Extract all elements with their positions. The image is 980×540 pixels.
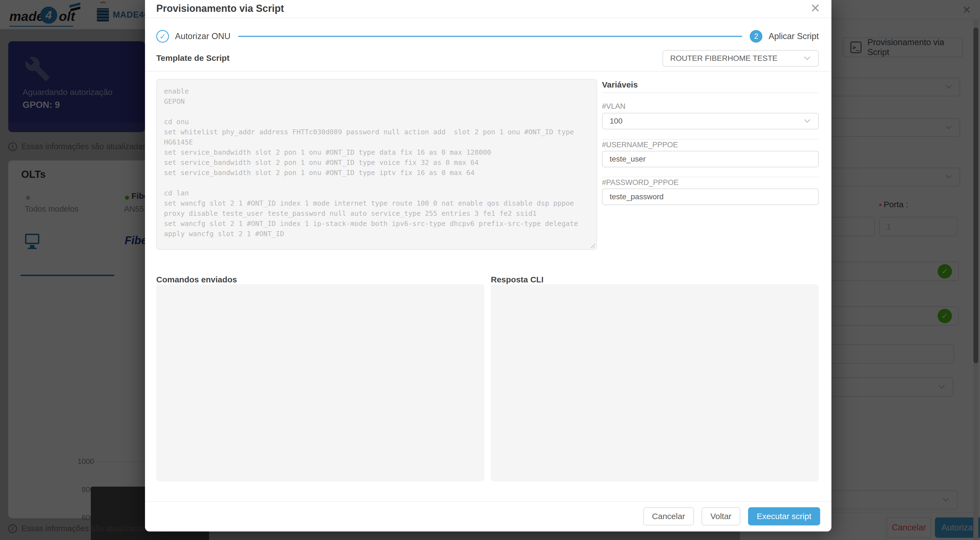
script-textarea-wrapper: enable GEPON cd onu set whitelist phy_ad… bbox=[156, 79, 597, 250]
vlan-select[interactable]: 100 bbox=[602, 113, 819, 129]
divider bbox=[602, 139, 819, 140]
divider bbox=[602, 177, 819, 177]
commands-sent-panel bbox=[156, 284, 484, 481]
template-select[interactable]: ROUTER FIBERHOME TESTE bbox=[662, 50, 819, 67]
password-pppoe-label: #PASSWORD_PPPOE bbox=[602, 178, 679, 187]
username-pppoe-input[interactable] bbox=[602, 151, 819, 167]
divider bbox=[602, 92, 819, 93]
cli-response-panel bbox=[491, 284, 819, 481]
screen: made 4 olt MADE4OLT Aguardando autorizaç… bbox=[0, 0, 980, 540]
username-pppoe-label: #USERNAME_PPPOE bbox=[602, 141, 678, 149]
chevron-down-icon bbox=[804, 54, 811, 60]
vlan-select-value: 100 bbox=[610, 117, 623, 126]
provisioning-script-modal: Provisionamento via Script ✕ ✓ Autorizar… bbox=[145, 0, 831, 532]
step-connector bbox=[238, 36, 742, 37]
step1-check-icon[interactable]: ✓ bbox=[156, 30, 169, 43]
modal-close-icon[interactable]: ✕ bbox=[810, 2, 821, 15]
steps-bar: ✓ Autorizar ONU 2 Aplicar Script bbox=[156, 30, 819, 43]
divider bbox=[145, 18, 831, 18]
vlan-label: #VLAN bbox=[602, 102, 626, 111]
modal-footer: Cancelar Voltar Executar script bbox=[643, 507, 820, 526]
step1-label[interactable]: Autorizar ONU bbox=[175, 31, 231, 41]
commands-sent-label: Comandos enviados bbox=[156, 275, 237, 284]
execute-script-button[interactable]: Executar script bbox=[748, 507, 820, 526]
variables-heading: Variáveis bbox=[602, 80, 638, 89]
password-pppoe-input[interactable] bbox=[602, 188, 819, 205]
step2-label[interactable]: Aplicar Script bbox=[768, 31, 819, 41]
script-textarea[interactable]: enable GEPON cd onu set whitelist phy_ad… bbox=[157, 80, 597, 249]
chevron-down-icon bbox=[804, 117, 811, 123]
cancel-button[interactable]: Cancelar bbox=[643, 507, 694, 526]
modal-title: Provisionamento via Script bbox=[156, 3, 284, 14]
template-select-value: ROUTER FIBERHOME TESTE bbox=[670, 54, 778, 63]
resize-handle-icon[interactable] bbox=[590, 243, 595, 248]
template-label: Template de Script bbox=[156, 53, 229, 63]
cli-response-label: Resposta CLI bbox=[491, 275, 544, 284]
divider bbox=[145, 501, 831, 502]
step2-number-badge[interactable]: 2 bbox=[750, 30, 762, 43]
back-button[interactable]: Voltar bbox=[702, 507, 740, 526]
divider bbox=[145, 71, 831, 72]
